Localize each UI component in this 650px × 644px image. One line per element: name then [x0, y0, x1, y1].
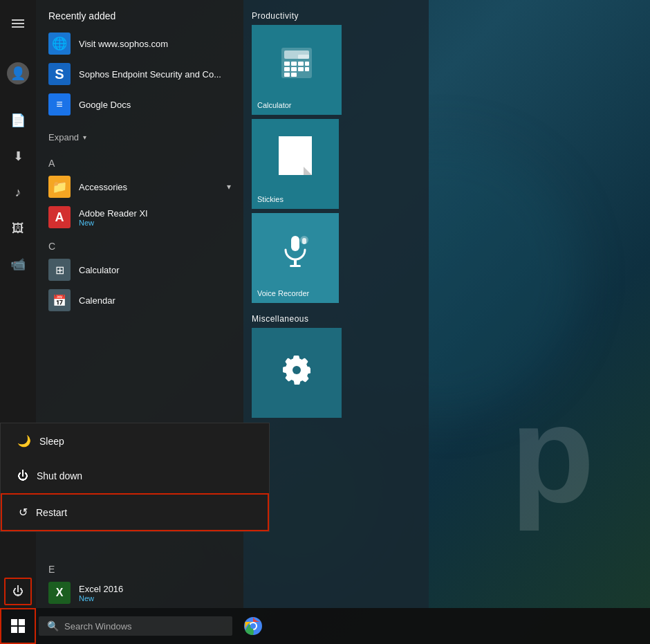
stickies-tile[interactable]: Stickies — [252, 119, 339, 209]
taskbar-search-bar[interactable]: 🔍 — [39, 616, 232, 636]
list-item[interactable]: 📁 Accessories ▾ — [36, 172, 243, 202]
svg-rect-6 — [284, 67, 290, 71]
svg-point-21 — [250, 623, 256, 629]
app-name: Google Docs — [79, 100, 231, 110]
restart-label: Restart — [36, 507, 67, 518]
svg-rect-5 — [305, 62, 309, 66]
list-item[interactable]: ⊞ Calculator — [36, 255, 243, 285]
downloads-icon: ⬇ — [13, 149, 24, 164]
sidebar-video[interactable]: 📹 — [1, 248, 35, 281]
sleep-option[interactable]: 🌙 Sleep — [1, 423, 269, 459]
recently-added-header: Recently added — [36, 0, 243, 28]
shutdown-label: Shut down — [37, 470, 82, 481]
restart-option[interactable]: ↺ Restart — [1, 493, 269, 531]
video-icon: 📹 — [10, 257, 26, 272]
list-item[interactable]: 🌐 Visit www.sophos.com — [36, 28, 243, 59]
app-name-wrap: Excel 2016 New — [79, 584, 123, 602]
svg-rect-14 — [294, 259, 297, 265]
miscellaneous-section: Miscellaneous — [252, 314, 420, 418]
app-name-wrap: Adobe Reader XI New — [79, 208, 148, 227]
start-button[interactable] — [0, 608, 36, 644]
app-name: Adobe Reader XI — [79, 208, 148, 219]
right-tiles-col: Stickies — [252, 119, 339, 303]
svg-rect-15 — [290, 265, 301, 267]
svg-rect-4 — [298, 62, 304, 66]
search-input[interactable] — [64, 621, 216, 632]
taskbar: 🔍 — [0, 608, 650, 644]
sophos-endpoint-icon: S — [48, 63, 71, 85]
expand-button[interactable]: Expand ▾ — [36, 128, 243, 147]
user-icon: 👤 — [10, 66, 26, 81]
svg-rect-17 — [302, 238, 306, 244]
expand-label: Expand — [48, 132, 79, 142]
voice-recorder-tile[interactable]: Voice Recorder — [252, 213, 339, 303]
page-icon — [279, 136, 312, 175]
productivity-tiles-row: Calculator Stickies — [252, 25, 420, 303]
calculator-tile-label: Calculator — [257, 101, 336, 109]
svg-rect-2 — [284, 62, 290, 66]
stickies-tile-icon — [257, 125, 333, 190]
taskbar-app-icons — [238, 608, 268, 644]
calendar-icon: 📅 — [48, 289, 71, 311]
shutdown-option[interactable]: ⏻ Shut down — [1, 459, 269, 493]
google-docs-icon: ≡ — [48, 93, 71, 116]
excel-icon: X — [48, 582, 71, 604]
hamburger-icon — [12, 19, 24, 28]
productivity-section: Productivity — [252, 11, 420, 303]
settings-tile-icon — [257, 333, 336, 407]
list-item[interactable]: S Sophos Endpoint Security and Co... — [36, 59, 243, 89]
alpha-header-a: A — [36, 149, 243, 172]
calculator-tile-icon — [257, 30, 336, 95]
sidebar-documents[interactable]: 📄 — [1, 104, 35, 137]
list-item[interactable]: X Excel 2016 New — [36, 578, 243, 608]
svg-rect-7 — [291, 67, 297, 71]
restart-icon: ↺ — [19, 506, 28, 519]
voice-recorder-tile-label: Voice Recorder — [257, 289, 333, 297]
svg-rect-9 — [305, 67, 309, 71]
svg-rect-12 — [298, 55, 309, 59]
svg-rect-13 — [291, 236, 299, 251]
alpha-header-c: C — [36, 232, 243, 255]
calculator-list-icon: ⊞ — [48, 259, 71, 281]
sleep-icon: 🌙 — [17, 434, 31, 448]
accessories-icon: 📁 — [48, 176, 71, 198]
misc-tiles-row — [252, 328, 420, 418]
search-icon: 🔍 — [47, 620, 59, 632]
app-name: Excel 2016 — [79, 584, 123, 594]
tiles-panel: Productivity — [243, 0, 429, 608]
app-name: Accessories — [79, 182, 227, 192]
miscellaneous-title: Miscellaneous — [252, 314, 420, 324]
shutdown-icon: ⏻ — [17, 470, 28, 482]
music-icon: ♪ — [15, 185, 21, 200]
user-avatar[interactable]: 👤 — [1, 57, 35, 90]
sidebar-music[interactable]: ♪ — [1, 176, 35, 209]
windows-logo-icon — [11, 619, 25, 633]
sidebar-pictures[interactable]: 🖼 — [1, 212, 35, 245]
pictures-icon: 🖼 — [12, 221, 24, 236]
sophos-web-icon: 🌐 — [48, 33, 71, 55]
hamburger-menu-button[interactable] — [1, 7, 35, 40]
chrome-taskbar-icon[interactable] — [238, 608, 268, 644]
productivity-title: Productivity — [252, 11, 420, 21]
alpha-header-e: E — [36, 555, 243, 578]
documents-icon: 📄 — [10, 113, 26, 128]
svg-rect-10 — [284, 73, 290, 77]
calculator-tile[interactable]: Calculator — [252, 25, 342, 115]
expand-arrow-icon: ▾ — [83, 134, 86, 141]
list-item[interactable]: 📅 Calendar — [36, 285, 243, 315]
new-badge: New — [79, 594, 123, 602]
app-name: Visit www.sophos.com — [79, 39, 231, 49]
svg-rect-11 — [291, 73, 297, 77]
recently-added-list: 🌐 Visit www.sophos.com S Sophos Endpoint… — [36, 28, 243, 125]
settings-tile[interactable] — [252, 328, 342, 418]
voice-recorder-tile-icon — [257, 219, 333, 284]
list-item[interactable]: ≡ Google Docs — [36, 89, 243, 120]
list-item[interactable]: A Adobe Reader XI New — [36, 202, 243, 232]
svg-rect-8 — [298, 67, 304, 71]
bg-text: p — [510, 374, 595, 533]
new-badge: New — [79, 219, 148, 227]
app-name: Calculator — [79, 265, 231, 275]
power-button[interactable]: ⏻ — [4, 578, 32, 605]
sleep-label: Sleep — [39, 436, 64, 447]
sidebar-downloads[interactable]: ⬇ — [1, 140, 35, 173]
